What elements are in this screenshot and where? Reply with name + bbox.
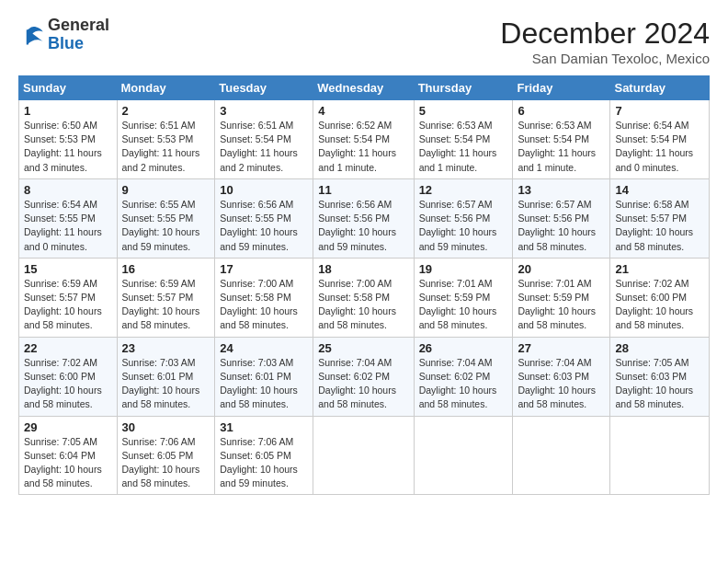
table-row: 24Sunrise: 7:03 AMSunset: 6:01 PMDayligh…	[215, 337, 313, 416]
day-detail: Sunrise: 7:02 AMSunset: 6:00 PMDaylight:…	[615, 277, 704, 333]
day-detail: Sunrise: 7:01 AMSunset: 5:59 PMDaylight:…	[518, 277, 605, 333]
day-number: 5	[419, 104, 508, 118]
table-row: 25Sunrise: 7:04 AMSunset: 6:02 PMDayligh…	[313, 337, 414, 416]
table-row: 5Sunrise: 6:53 AMSunset: 5:54 PMDaylight…	[414, 100, 513, 179]
col-saturday: Saturday	[610, 76, 710, 100]
day-detail: Sunrise: 6:59 AMSunset: 5:57 PMDaylight:…	[122, 277, 210, 333]
day-number: 2	[122, 104, 210, 118]
day-number: 4	[318, 104, 408, 118]
table-row: 9Sunrise: 6:55 AMSunset: 5:55 PMDaylight…	[117, 178, 215, 258]
calendar-week-row: 8Sunrise: 6:54 AMSunset: 5:55 PMDaylight…	[19, 178, 710, 258]
col-wednesday: Wednesday	[313, 76, 414, 100]
day-detail: Sunrise: 6:56 AMSunset: 5:56 PMDaylight:…	[318, 198, 408, 254]
table-row	[414, 416, 513, 495]
day-detail: Sunrise: 6:56 AMSunset: 5:55 PMDaylight:…	[220, 198, 308, 254]
logo-text: General Blue	[48, 17, 109, 53]
calendar-week-row: 22Sunrise: 7:02 AMSunset: 6:00 PMDayligh…	[19, 337, 710, 416]
calendar-week-row: 29Sunrise: 7:05 AMSunset: 6:04 PMDayligh…	[19, 416, 710, 495]
day-number: 22	[24, 341, 112, 355]
table-row: 26Sunrise: 7:04 AMSunset: 6:02 PMDayligh…	[414, 337, 513, 416]
table-row: 10Sunrise: 6:56 AMSunset: 5:55 PMDayligh…	[215, 178, 313, 258]
day-detail: Sunrise: 6:59 AMSunset: 5:57 PMDaylight:…	[24, 277, 112, 333]
day-number: 16	[122, 262, 210, 276]
day-detail: Sunrise: 6:54 AMSunset: 5:55 PMDaylight:…	[24, 198, 112, 254]
day-detail: Sunrise: 6:53 AMSunset: 5:54 PMDaylight:…	[518, 119, 605, 175]
day-detail: Sunrise: 6:55 AMSunset: 5:55 PMDaylight:…	[122, 198, 210, 254]
day-detail: Sunrise: 7:04 AMSunset: 6:02 PMDaylight:…	[318, 356, 408, 412]
day-number: 12	[419, 183, 508, 197]
calendar-header-row: Sunday Monday Tuesday Wednesday Thursday…	[19, 76, 710, 100]
calendar-title: December 2024	[500, 17, 710, 51]
col-monday: Monday	[117, 76, 215, 100]
col-tuesday: Tuesday	[215, 76, 313, 100]
col-sunday: Sunday	[19, 76, 118, 100]
day-detail: Sunrise: 7:05 AMSunset: 6:03 PMDaylight:…	[615, 356, 704, 412]
table-row: 12Sunrise: 6:57 AMSunset: 5:56 PMDayligh…	[414, 178, 513, 258]
day-detail: Sunrise: 6:57 AMSunset: 5:56 PMDaylight:…	[518, 198, 605, 254]
table-row: 18Sunrise: 7:00 AMSunset: 5:58 PMDayligh…	[313, 258, 414, 337]
day-number: 27	[518, 341, 605, 355]
table-row: 21Sunrise: 7:02 AMSunset: 6:00 PMDayligh…	[610, 258, 710, 337]
day-number: 30	[122, 420, 210, 434]
day-number: 26	[419, 341, 508, 355]
table-row: 23Sunrise: 7:03 AMSunset: 6:01 PMDayligh…	[117, 337, 215, 416]
day-number: 15	[24, 262, 112, 276]
day-detail: Sunrise: 6:54 AMSunset: 5:54 PMDaylight:…	[615, 119, 704, 175]
table-row: 11Sunrise: 6:56 AMSunset: 5:56 PMDayligh…	[313, 178, 414, 258]
logo-icon	[18, 22, 44, 48]
table-row	[610, 416, 710, 495]
day-number: 17	[220, 262, 308, 276]
day-detail: Sunrise: 7:03 AMSunset: 6:01 PMDaylight:…	[220, 356, 308, 412]
table-row: 20Sunrise: 7:01 AMSunset: 5:59 PMDayligh…	[513, 258, 610, 337]
table-row: 16Sunrise: 6:59 AMSunset: 5:57 PMDayligh…	[117, 258, 215, 337]
table-row: 19Sunrise: 7:01 AMSunset: 5:59 PMDayligh…	[414, 258, 513, 337]
day-number: 11	[318, 183, 408, 197]
table-row: 22Sunrise: 7:02 AMSunset: 6:00 PMDayligh…	[19, 337, 118, 416]
table-row: 13Sunrise: 6:57 AMSunset: 5:56 PMDayligh…	[513, 178, 610, 258]
logo-general: General	[48, 16, 109, 34]
day-number: 10	[220, 183, 308, 197]
table-row: 3Sunrise: 6:51 AMSunset: 5:54 PMDaylight…	[215, 100, 313, 179]
col-friday: Friday	[513, 76, 610, 100]
title-block: December 2024 San Damian Texoloc, Mexico	[500, 17, 710, 66]
day-detail: Sunrise: 7:02 AMSunset: 6:00 PMDaylight:…	[24, 356, 112, 412]
day-number: 25	[318, 341, 408, 355]
calendar-subtitle: San Damian Texoloc, Mexico	[500, 51, 710, 66]
calendar-week-row: 1Sunrise: 6:50 AMSunset: 5:53 PMDaylight…	[19, 100, 710, 179]
table-row: 30Sunrise: 7:06 AMSunset: 6:05 PMDayligh…	[117, 416, 215, 495]
table-row: 4Sunrise: 6:52 AMSunset: 5:54 PMDaylight…	[313, 100, 414, 179]
day-detail: Sunrise: 7:01 AMSunset: 5:59 PMDaylight:…	[419, 277, 508, 333]
day-number: 13	[518, 183, 605, 197]
calendar-table: Sunday Monday Tuesday Wednesday Thursday…	[18, 75, 710, 495]
table-row: 1Sunrise: 6:50 AMSunset: 5:53 PMDaylight…	[19, 100, 118, 179]
day-number: 24	[220, 341, 308, 355]
day-number: 9	[122, 183, 210, 197]
day-detail: Sunrise: 7:06 AMSunset: 6:05 PMDaylight:…	[220, 435, 308, 491]
table-row: 8Sunrise: 6:54 AMSunset: 5:55 PMDaylight…	[19, 178, 118, 258]
logo: General Blue	[18, 17, 109, 53]
table-row	[313, 416, 414, 495]
day-number: 19	[419, 262, 508, 276]
col-thursday: Thursday	[414, 76, 513, 100]
day-number: 18	[318, 262, 408, 276]
day-number: 31	[220, 420, 308, 434]
table-row: 17Sunrise: 7:00 AMSunset: 5:58 PMDayligh…	[215, 258, 313, 337]
day-detail: Sunrise: 6:52 AMSunset: 5:54 PMDaylight:…	[318, 119, 408, 175]
day-detail: Sunrise: 6:57 AMSunset: 5:56 PMDaylight:…	[419, 198, 508, 254]
table-row	[513, 416, 610, 495]
day-detail: Sunrise: 7:04 AMSunset: 6:03 PMDaylight:…	[518, 356, 605, 412]
day-number: 28	[615, 341, 704, 355]
day-detail: Sunrise: 7:06 AMSunset: 6:05 PMDaylight:…	[122, 435, 210, 491]
day-number: 1	[24, 104, 112, 118]
day-number: 14	[615, 183, 704, 197]
table-row: 6Sunrise: 6:53 AMSunset: 5:54 PMDaylight…	[513, 100, 610, 179]
day-detail: Sunrise: 6:58 AMSunset: 5:57 PMDaylight:…	[615, 198, 704, 254]
table-row: 15Sunrise: 6:59 AMSunset: 5:57 PMDayligh…	[19, 258, 118, 337]
day-detail: Sunrise: 7:04 AMSunset: 6:02 PMDaylight:…	[419, 356, 508, 412]
header: General Blue December 2024 San Damian Te…	[18, 17, 710, 66]
table-row: 27Sunrise: 7:04 AMSunset: 6:03 PMDayligh…	[513, 337, 610, 416]
day-number: 29	[24, 420, 112, 434]
day-detail: Sunrise: 6:51 AMSunset: 5:53 PMDaylight:…	[122, 119, 210, 175]
table-row: 14Sunrise: 6:58 AMSunset: 5:57 PMDayligh…	[610, 178, 710, 258]
day-detail: Sunrise: 7:03 AMSunset: 6:01 PMDaylight:…	[122, 356, 210, 412]
